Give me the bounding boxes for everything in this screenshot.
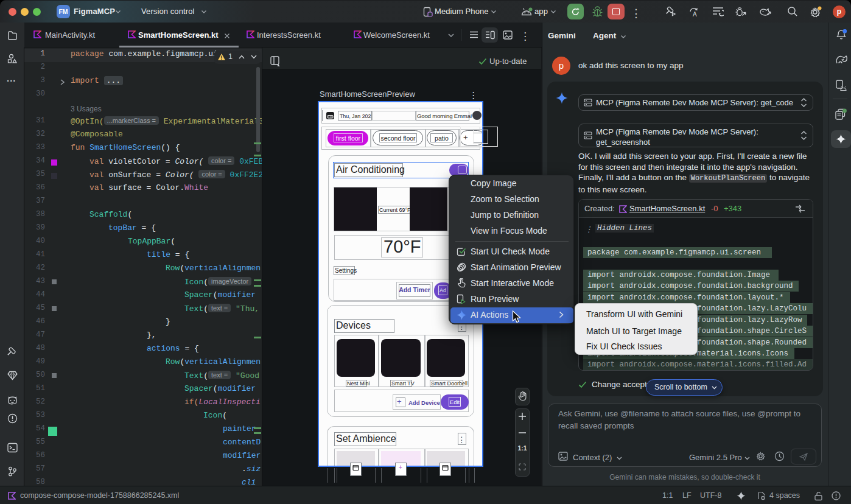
svg-text:A: A	[693, 11, 697, 18]
